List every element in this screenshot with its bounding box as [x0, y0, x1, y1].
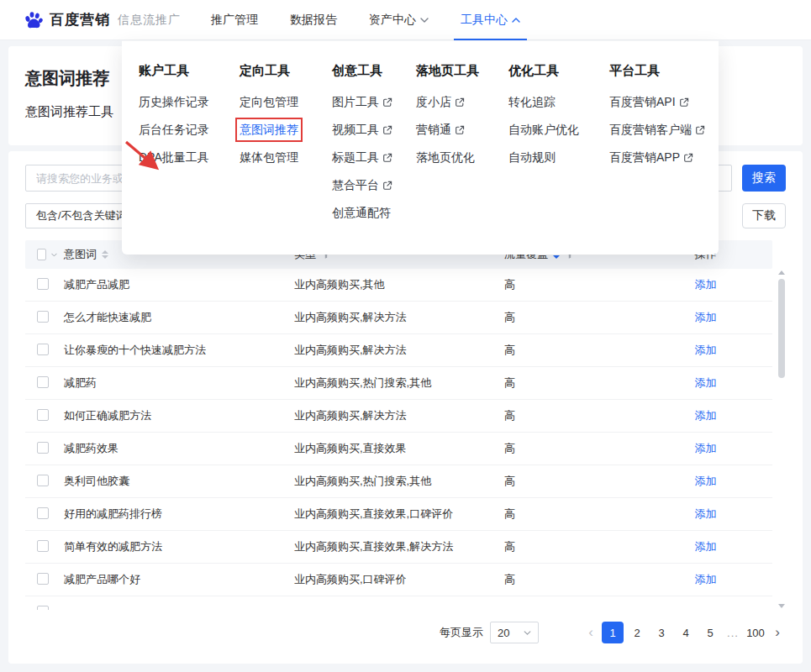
type-cell: 业内高频购买,热门搜索,其他 [294, 375, 504, 391]
intent-word-cell: 奥利司他胶囊 [64, 474, 294, 489]
menu-column: 优化工具 转化追踪 自动账户优化 自动规则 [508, 63, 609, 233]
traffic-cell: 高 [504, 310, 664, 325]
row-checkbox[interactable] [37, 344, 49, 355]
per-page-select[interactable]: 20 [490, 622, 539, 643]
add-link[interactable]: 添加 [695, 310, 717, 325]
menu-item[interactable]: 慧合平台 [332, 177, 392, 193]
menu-item[interactable]: 历史操作记录 [139, 94, 209, 110]
row-checkbox[interactable] [37, 606, 49, 611]
traffic-cell: 高 [504, 343, 664, 358]
brand-name: 百度营销 [50, 10, 110, 29]
menu-item[interactable]: 百度营销客户端 [609, 122, 705, 138]
nav-item-4[interactable]: 工具中心 [449, 0, 532, 40]
add-link[interactable]: 添加 [695, 474, 717, 489]
table-row: 减肥产品减肥 业内高频购买,其他 高 添加 [25, 269, 772, 302]
scrollbar-down-icon[interactable] [778, 604, 785, 608]
select-all-dropdown-icon[interactable] [51, 253, 57, 257]
scrollbar-thumb[interactable] [778, 279, 785, 378]
nav-item-1[interactable]: 推广管理 [199, 0, 270, 40]
scrollbar-up-icon[interactable] [778, 270, 785, 275]
pager-numbers: 12345 [602, 622, 721, 643]
row-checkbox[interactable] [37, 278, 49, 290]
add-link[interactable]: 添加 [695, 441, 717, 456]
prev-page-button[interactable]: ‹ [582, 622, 599, 643]
page-5[interactable]: 5 [699, 622, 721, 643]
sort-icon-word[interactable] [102, 250, 108, 259]
page-1[interactable]: 1 [602, 622, 624, 643]
external-link-icon [683, 153, 693, 163]
type-cell: 业内高频购买,解决方法 [294, 310, 504, 325]
search-button[interactable]: 搜索 [742, 165, 786, 192]
page-4[interactable]: 4 [675, 622, 697, 643]
row-checkbox[interactable] [37, 507, 49, 519]
menu-item[interactable]: 视频工具 [332, 122, 392, 138]
app-logo[interactable]: 百度营销 信息流推广 [24, 10, 181, 30]
add-link[interactable]: 添加 [695, 507, 717, 522]
menu-item[interactable]: 媒体包管理 [240, 150, 298, 165]
add-link[interactable]: 添加 [695, 408, 717, 423]
intent-word-cell: 让你暴瘦的十个快速减肥方法 [64, 343, 294, 358]
row-checkbox[interactable] [37, 311, 49, 323]
add-link[interactable]: 添加 [695, 277, 717, 292]
table-row: 奥利司他胶囊 业内高频购买,热门搜索,其他 高 添加 [25, 465, 772, 498]
add-link[interactable]: 添加 [695, 343, 717, 358]
menu-item[interactable]: 度小店 [416, 94, 465, 110]
keyword-filter-chip[interactable]: 包含/不包含关键词 [25, 203, 138, 228]
intent-word-cell: 减肥药 [64, 375, 294, 391]
traffic-cell: 高 [504, 572, 664, 587]
type-cell: 业内高频购买,热门搜索,其他 [294, 474, 504, 489]
menu-item[interactable]: 标题工具 [332, 150, 392, 165]
pager: ‹ 12345 ... 100 › [582, 622, 786, 643]
table-scrollbar[interactable] [777, 269, 786, 610]
next-page-button[interactable]: › [769, 622, 786, 643]
external-link-icon [455, 97, 465, 108]
menu-item[interactable]: 转化追踪 [508, 94, 556, 110]
menu-item[interactable]: 创意通配符 [332, 205, 391, 221]
add-link[interactable]: 添加 [695, 539, 717, 554]
intent-word-cell: 如何正确减肥方法 [64, 408, 294, 423]
menu-item[interactable]: DPA批量工具 [139, 150, 209, 165]
page-100[interactable]: 100 [745, 622, 766, 643]
row-checkbox[interactable] [37, 376, 49, 388]
menu-item[interactable]: 后台任务记录 [139, 122, 209, 138]
traffic-cell: 高 [504, 539, 664, 554]
table-row: 让你暴瘦的十个快速减肥方法 业内高频购买,解决方法 高 添加 [25, 334, 772, 367]
menu-column-title: 定向工具 [240, 63, 332, 79]
menu-column-title: 优化工具 [508, 63, 609, 79]
chevron-down-icon [524, 631, 531, 635]
row-checkbox[interactable] [37, 573, 49, 585]
menu-item[interactable]: 定向包管理 [240, 94, 298, 110]
menu-item[interactable]: 图片工具 [332, 94, 392, 110]
pager-ellipsis: ... [724, 627, 742, 639]
menu-column-title: 平台工具 [609, 63, 710, 79]
menu-item[interactable]: 百度营销APP [609, 150, 693, 165]
type-cell: 业内高频购买,直接效果,解决方法 [294, 539, 504, 554]
product-name: 信息流推广 [118, 13, 181, 28]
header-check-cell [25, 249, 64, 260]
nav-item-2[interactable]: 数据报告 [278, 0, 349, 40]
menu-column: 定向工具 定向包管理 意图词推荐 媒体包管理 [240, 63, 332, 233]
menu-item[interactable]: 落地页优化 [416, 150, 475, 165]
external-link-icon [455, 125, 465, 135]
row-checkbox[interactable] [37, 475, 49, 486]
menu-item[interactable]: 自动规则 [508, 150, 556, 165]
page-3[interactable]: 3 [650, 622, 672, 643]
row-checkbox[interactable] [37, 409, 49, 421]
menu-item[interactable]: 百度营销API [609, 94, 689, 110]
row-checkbox[interactable] [37, 540, 49, 552]
menu-item[interactable]: 营销通 [416, 122, 465, 138]
page-2[interactable]: 2 [626, 622, 648, 643]
nav-item-3[interactable]: 资产中心 [357, 0, 440, 40]
select-all-checkbox[interactable] [37, 249, 46, 260]
tab-intent-word-tool[interactable]: 意图词推荐工具 [25, 104, 113, 120]
row-checkbox[interactable] [37, 442, 49, 454]
external-link-icon [382, 125, 392, 135]
menu-item-highlighted[interactable]: 意图词推荐 [240, 122, 298, 138]
add-link[interactable]: 添加 [695, 572, 717, 587]
download-button[interactable]: 下载 [742, 203, 786, 228]
intent-word-cell: 减肥药效果 [64, 441, 294, 456]
add-link[interactable]: 添加 [695, 375, 717, 391]
table-row: 如何正确减肥方法 业内高频购买,解决方法 高 添加 [25, 400, 772, 433]
traffic-cell: 高 [504, 507, 664, 522]
menu-item[interactable]: 自动账户优化 [508, 122, 579, 138]
